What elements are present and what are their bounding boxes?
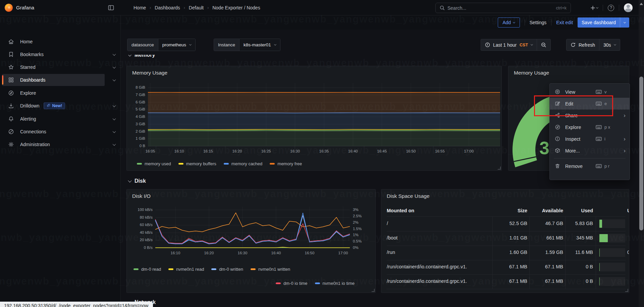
brand-name: Grafana: [16, 5, 34, 10]
legend-swatch: [137, 163, 142, 165]
axis-tick-label: 1.5%: [353, 227, 362, 231]
table-divider: [387, 246, 626, 246]
axis-tick-label: 16:30: [290, 149, 300, 153]
axis-tick-label: 0 B/s: [134, 246, 153, 250]
user-avatar[interactable]: [624, 3, 633, 12]
share-icon: [555, 113, 560, 118]
dock-sidebar-toggle-icon[interactable]: [108, 5, 114, 12]
table-divider: [596, 217, 596, 231]
legend-item[interactable]: memory buffers: [178, 161, 216, 166]
table-divider: [596, 231, 596, 246]
legend-item[interactable]: dm-0 io time: [276, 281, 308, 286]
settings-button[interactable]: Settings: [530, 17, 547, 28]
sidebar-expand-chevron[interactable]: [110, 100, 118, 112]
dashboard-edit-toolbar: Add Settings Exit edit Save dashboard: [121, 15, 639, 30]
breadcrumb-home[interactable]: Home: [133, 5, 146, 10]
legend-item[interactable]: nvme0n1 io time: [315, 281, 355, 286]
search-input[interactable]: Search... ctrl+k: [435, 3, 571, 13]
scrollbar-up-arrow-icon[interactable]: [640, 3, 643, 5]
section-row-memory[interactable]: Memory: [128, 55, 155, 58]
sidebar-item-home[interactable]: Home: [2, 36, 105, 48]
datasource-select[interactable]: prometheus: [158, 39, 195, 51]
axis-tick-label: 40 kB/s: [134, 230, 153, 234]
menu-item-more-[interactable]: More...›: [550, 145, 630, 157]
sidebar-item-label: Explore: [20, 90, 36, 96]
legend-item[interactable]: memory free: [270, 161, 302, 166]
sidebar-item-starred[interactable]: Starred: [2, 61, 105, 73]
help-icon[interactable]: ?: [608, 5, 614, 11]
sidebar-expand-chevron[interactable]: [110, 113, 118, 125]
panel-title[interactable]: Disk Space Usage: [387, 193, 430, 199]
time-range-picker[interactable]: Last 1 hour CST: [481, 39, 537, 50]
save-dashboard-dropdown[interactable]: [620, 17, 629, 28]
legend-item[interactable]: memory cached: [224, 161, 262, 166]
sidebar-item-administration[interactable]: Administration: [2, 138, 105, 150]
zoom-out-icon: [541, 42, 546, 48]
legend-item[interactable]: nvme0n1 read: [168, 267, 204, 272]
sidebar-item-dashboards[interactable]: Dashboards: [2, 74, 105, 86]
sidebar-item-label: Drilldown: [20, 103, 40, 108]
axis-tick-label: 2 GiB: [126, 129, 145, 133]
sidebar-expand-chevron[interactable]: [110, 74, 118, 86]
nav-right-cluster: ?: [590, 0, 633, 15]
legend-item[interactable]: nvme0n1 written: [251, 267, 290, 272]
zoom-out-time-button[interactable]: [537, 39, 550, 50]
legend-label: memory free: [277, 161, 302, 166]
panel-disk-io: Disk I/O dm-0 read nvme0n1 read dm-0 wri…: [126, 189, 376, 293]
column-header-used-pct-clipped[interactable]: U: [627, 208, 629, 213]
sidebar-item-connections[interactable]: Connections: [2, 126, 105, 138]
grafana-logo-icon[interactable]: [5, 4, 13, 12]
legend-swatch: [251, 268, 256, 270]
sidebar-item-drilldown[interactable]: DrilldownNew!: [2, 100, 105, 112]
menu-item-shortcut: i: [596, 136, 605, 142]
section-disk-label: Disk: [135, 178, 146, 184]
menu-item-explore[interactable]: Explorep x: [550, 121, 630, 133]
sidebar-expand-chevron[interactable]: [110, 126, 118, 138]
breadcrumb-dashboards[interactable]: Dashboards: [155, 5, 180, 10]
table-divider: [492, 217, 493, 231]
sidebar-item-label: Administration: [20, 142, 50, 147]
menu-item-share[interactable]: Share›: [550, 109, 630, 121]
menu-item-view[interactable]: Viewv: [550, 86, 630, 98]
sidebar-expand-chevron[interactable]: [110, 48, 118, 60]
refresh-interval-value: 30s: [603, 42, 611, 48]
sidebar-item-label: Starred: [20, 64, 36, 70]
legend-label: memory used: [145, 161, 171, 166]
datasource-variable-control: datasource prometheus: [127, 39, 196, 51]
panel-title[interactable]: Disk I/O: [132, 193, 151, 199]
column-header-available[interactable]: Available: [531, 208, 563, 213]
breadcrumb-separator: ›: [150, 5, 151, 10]
add-panel-button[interactable]: Add: [498, 17, 520, 28]
save-dashboard-button[interactable]: Save dashboard: [578, 17, 620, 28]
axis-tick-label: 16:10: [174, 149, 184, 153]
legend-item[interactable]: memory used: [137, 161, 171, 166]
menu-item-remove[interactable]: Removep r: [550, 160, 630, 172]
breadcrumb-current: Node Exporter / Nodes: [212, 5, 260, 10]
sidebar-item-explore[interactable]: Explore: [2, 87, 105, 99]
column-header-size[interactable]: Size: [495, 208, 527, 213]
sidebar-expand-chevron[interactable]: [110, 138, 118, 150]
legend-item[interactable]: dm-0 read: [133, 267, 161, 272]
menu-item-inspect[interactable]: Inspecti›: [550, 133, 630, 145]
sidebar-item-label: Bookmarks: [20, 52, 44, 57]
panel-title[interactable]: Memory Usage: [132, 70, 167, 76]
sidebar-expand-chevron[interactable]: [110, 61, 118, 73]
breadcrumb-default[interactable]: Default: [189, 5, 204, 10]
sidebar-item-alerting[interactable]: Alerting: [2, 113, 105, 125]
column-header-mounted-on[interactable]: Mounted on: [387, 208, 487, 213]
scrollbar-thumb[interactable]: [639, 77, 643, 230]
refresh-interval-select[interactable]: 30s: [599, 39, 620, 50]
axis-tick-label: 17:00: [464, 149, 474, 153]
column-header-used[interactable]: Used: [567, 208, 593, 213]
instance-select[interactable]: k8s-master01: [239, 39, 280, 51]
sidebar-item-bookmarks[interactable]: Bookmarks: [2, 48, 105, 60]
legend-item[interactable]: dm-0 written: [211, 267, 243, 272]
axis-tick-label: 100 kB/s: [134, 208, 153, 212]
add-new-button[interactable]: [590, 5, 598, 10]
vertical-scrollbar[interactable]: [639, 0, 644, 307]
refresh-button[interactable]: Refresh: [567, 39, 599, 50]
instance-value: k8s-master01: [244, 42, 271, 47]
section-row-disk[interactable]: Disk: [128, 178, 146, 184]
exit-edit-button[interactable]: Exit edit: [556, 17, 573, 28]
menu-item-edit[interactable]: Edite: [550, 98, 630, 109]
